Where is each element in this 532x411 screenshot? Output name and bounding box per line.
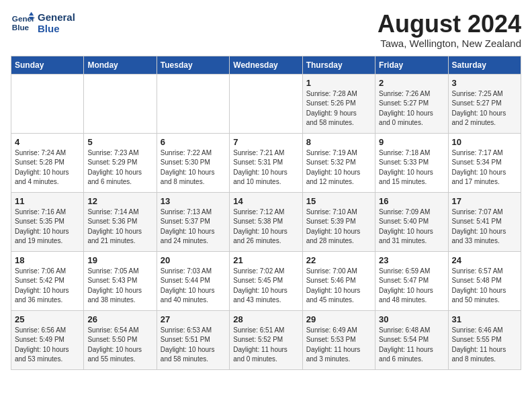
day-number: 4 — [15, 137, 80, 147]
calendar-cell: 29Sunrise: 6:49 AM Sunset: 5:53 PM Dayli… — [302, 310, 375, 369]
calendar-cell — [11, 74, 84, 133]
day-info: Sunrise: 7:24 AM Sunset: 5:28 PM Dayligh… — [15, 148, 80, 187]
calendar-cell: 25Sunrise: 6:56 AM Sunset: 5:49 PM Dayli… — [11, 310, 84, 369]
day-info: Sunrise: 7:18 AM Sunset: 5:33 PM Dayligh… — [379, 148, 444, 187]
day-info: Sunrise: 6:59 AM Sunset: 5:47 PM Dayligh… — [379, 267, 444, 306]
day-number: 19 — [87, 255, 152, 265]
calendar-cell — [230, 74, 302, 133]
weekday-header-monday: Monday — [84, 56, 157, 74]
calendar-cell: 5Sunrise: 7:23 AM Sunset: 5:29 PM Daylig… — [84, 133, 157, 192]
day-number: 7 — [233, 137, 298, 147]
calendar-cell: 19Sunrise: 7:05 AM Sunset: 5:43 PM Dayli… — [84, 251, 157, 310]
calendar-cell: 24Sunrise: 6:57 AM Sunset: 5:48 PM Dayli… — [448, 251, 521, 310]
day-number: 31 — [452, 314, 517, 324]
day-info: Sunrise: 6:51 AM Sunset: 5:52 PM Dayligh… — [233, 326, 298, 365]
logo: General Blue General Blue — [11, 11, 75, 35]
day-number: 15 — [306, 196, 371, 206]
day-info: Sunrise: 7:17 AM Sunset: 5:34 PM Dayligh… — [452, 148, 517, 187]
calendar-week-row: 25Sunrise: 6:56 AM Sunset: 5:49 PM Dayli… — [11, 310, 521, 369]
title-block: August 2024 Tawa, Wellington, New Zealan… — [378, 11, 521, 49]
location-subtitle: Tawa, Wellington, New Zealand — [378, 38, 521, 49]
day-info: Sunrise: 6:46 AM Sunset: 5:55 PM Dayligh… — [452, 326, 517, 365]
day-info: Sunrise: 7:25 AM Sunset: 5:27 PM Dayligh… — [452, 89, 517, 128]
day-number: 16 — [379, 196, 444, 206]
day-number: 26 — [87, 314, 152, 324]
day-info: Sunrise: 7:10 AM Sunset: 5:39 PM Dayligh… — [306, 208, 371, 246]
day-info: Sunrise: 6:48 AM Sunset: 5:54 PM Dayligh… — [379, 326, 444, 365]
weekday-header-thursday: Thursday — [302, 56, 375, 74]
calendar-cell: 22Sunrise: 7:00 AM Sunset: 5:46 PM Dayli… — [302, 251, 375, 310]
day-info: Sunrise: 7:06 AM Sunset: 5:42 PM Dayligh… — [15, 267, 80, 306]
calendar-cell: 9Sunrise: 7:18 AM Sunset: 5:33 PM Daylig… — [375, 133, 448, 192]
weekday-header-wednesday: Wednesday — [230, 56, 302, 74]
weekday-header-row: SundayMondayTuesdayWednesdayThursdayFrid… — [11, 56, 521, 74]
logo-text-general: General — [38, 11, 75, 23]
calendar-table: SundayMondayTuesdayWednesdayThursdayFrid… — [11, 56, 521, 370]
calendar-cell: 18Sunrise: 7:06 AM Sunset: 5:42 PM Dayli… — [11, 251, 84, 310]
day-info: Sunrise: 7:03 AM Sunset: 5:44 PM Dayligh… — [161, 267, 226, 306]
calendar-cell: 12Sunrise: 7:14 AM Sunset: 5:36 PM Dayli… — [84, 192, 157, 251]
calendar-week-row: 1Sunrise: 7:28 AM Sunset: 5:26 PM Daylig… — [11, 74, 521, 133]
day-info: Sunrise: 7:09 AM Sunset: 5:40 PM Dayligh… — [379, 208, 444, 246]
weekday-header-saturday: Saturday — [448, 56, 521, 74]
day-number: 29 — [306, 314, 371, 324]
day-number: 18 — [15, 255, 80, 265]
day-number: 1 — [306, 78, 371, 88]
calendar-cell: 2Sunrise: 7:26 AM Sunset: 5:27 PM Daylig… — [375, 74, 448, 133]
day-info: Sunrise: 7:16 AM Sunset: 5:35 PM Dayligh… — [15, 208, 80, 246]
calendar-cell: 13Sunrise: 7:13 AM Sunset: 5:37 PM Dayli… — [157, 192, 229, 251]
weekday-header-friday: Friday — [375, 56, 448, 74]
weekday-header-sunday: Sunday — [11, 56, 84, 74]
calendar-cell: 6Sunrise: 7:22 AM Sunset: 5:30 PM Daylig… — [157, 133, 229, 192]
day-info: Sunrise: 7:13 AM Sunset: 5:37 PM Dayligh… — [161, 208, 226, 246]
day-info: Sunrise: 7:19 AM Sunset: 5:32 PM Dayligh… — [306, 148, 371, 187]
svg-text:Blue: Blue — [12, 23, 30, 32]
day-number: 24 — [452, 255, 517, 265]
day-info: Sunrise: 7:21 AM Sunset: 5:31 PM Dayligh… — [233, 148, 298, 187]
day-number: 27 — [161, 314, 226, 324]
calendar-cell: 30Sunrise: 6:48 AM Sunset: 5:54 PM Dayli… — [375, 310, 448, 369]
page-header: General Blue General Blue August 2024 Ta… — [11, 11, 521, 49]
day-info: Sunrise: 7:07 AM Sunset: 5:41 PM Dayligh… — [452, 208, 517, 246]
calendar-cell: 3Sunrise: 7:25 AM Sunset: 5:27 PM Daylig… — [448, 74, 521, 133]
calendar-cell: 31Sunrise: 6:46 AM Sunset: 5:55 PM Dayli… — [448, 310, 521, 369]
day-info: Sunrise: 7:22 AM Sunset: 5:30 PM Dayligh… — [161, 148, 226, 187]
day-number: 6 — [161, 137, 226, 147]
calendar-cell: 15Sunrise: 7:10 AM Sunset: 5:39 PM Dayli… — [302, 192, 375, 251]
day-info: Sunrise: 7:26 AM Sunset: 5:27 PM Dayligh… — [379, 89, 444, 128]
day-info: Sunrise: 7:23 AM Sunset: 5:29 PM Dayligh… — [87, 148, 152, 187]
calendar-cell: 11Sunrise: 7:16 AM Sunset: 5:35 PM Dayli… — [11, 192, 84, 251]
day-info: Sunrise: 6:54 AM Sunset: 5:50 PM Dayligh… — [87, 326, 152, 365]
calendar-cell: 16Sunrise: 7:09 AM Sunset: 5:40 PM Dayli… — [375, 192, 448, 251]
day-number: 30 — [379, 314, 444, 324]
day-number: 11 — [15, 196, 80, 206]
month-year-title: August 2024 — [378, 11, 521, 38]
logo-icon: General Blue — [11, 11, 35, 35]
day-info: Sunrise: 7:28 AM Sunset: 5:26 PM Dayligh… — [306, 89, 371, 128]
calendar-cell: 23Sunrise: 6:59 AM Sunset: 5:47 PM Dayli… — [375, 251, 448, 310]
calendar-cell: 7Sunrise: 7:21 AM Sunset: 5:31 PM Daylig… — [230, 133, 302, 192]
calendar-cell — [157, 74, 229, 133]
day-number: 5 — [87, 137, 152, 147]
day-info: Sunrise: 7:14 AM Sunset: 5:36 PM Dayligh… — [87, 208, 152, 246]
day-info: Sunrise: 6:56 AM Sunset: 5:49 PM Dayligh… — [15, 326, 80, 365]
calendar-week-row: 18Sunrise: 7:06 AM Sunset: 5:42 PM Dayli… — [11, 251, 521, 310]
calendar-cell: 27Sunrise: 6:53 AM Sunset: 5:51 PM Dayli… — [157, 310, 229, 369]
calendar-cell: 1Sunrise: 7:28 AM Sunset: 5:26 PM Daylig… — [302, 74, 375, 133]
calendar-cell: 26Sunrise: 6:54 AM Sunset: 5:50 PM Dayli… — [84, 310, 157, 369]
day-info: Sunrise: 6:53 AM Sunset: 5:51 PM Dayligh… — [161, 326, 226, 365]
day-number: 21 — [233, 255, 298, 265]
day-number: 2 — [379, 78, 444, 88]
day-number: 25 — [15, 314, 80, 324]
calendar-cell: 28Sunrise: 6:51 AM Sunset: 5:52 PM Dayli… — [230, 310, 302, 369]
day-info: Sunrise: 7:00 AM Sunset: 5:46 PM Dayligh… — [306, 267, 371, 306]
day-number: 22 — [306, 255, 371, 265]
calendar-cell: 20Sunrise: 7:03 AM Sunset: 5:44 PM Dayli… — [157, 251, 229, 310]
day-number: 3 — [452, 78, 517, 88]
calendar-cell: 10Sunrise: 7:17 AM Sunset: 5:34 PM Dayli… — [448, 133, 521, 192]
calendar-cell: 21Sunrise: 7:02 AM Sunset: 5:45 PM Dayli… — [230, 251, 302, 310]
day-number: 14 — [233, 196, 298, 206]
day-number: 20 — [161, 255, 226, 265]
day-number: 12 — [87, 196, 152, 206]
day-number: 17 — [452, 196, 517, 206]
